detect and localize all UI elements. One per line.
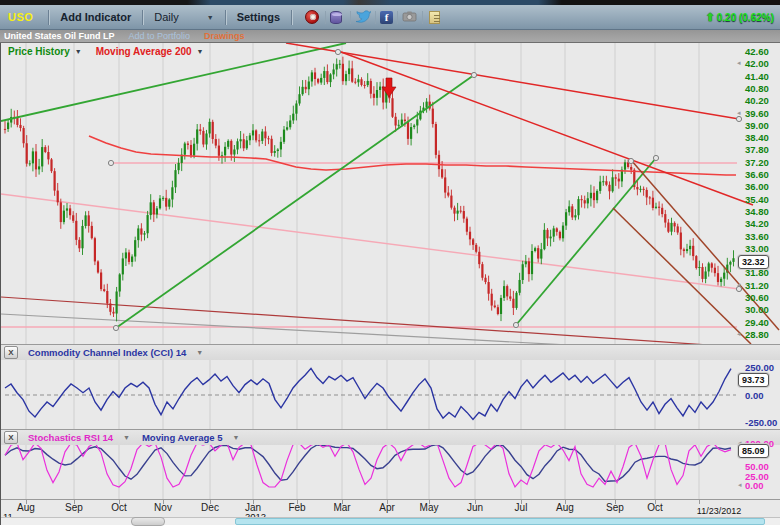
axis-tick xyxy=(699,500,700,504)
trendline[interactable] xyxy=(341,52,753,205)
price-change: ⬆ 0.20 (0.62%) xyxy=(706,11,774,24)
price-axis-label: 31.80 xyxy=(745,267,769,278)
drawing-handle[interactable] xyxy=(628,158,633,163)
alerts-icon[interactable] xyxy=(305,10,321,25)
drawing-handle[interactable] xyxy=(736,116,741,121)
price-axis-label: 40.80 xyxy=(745,83,769,94)
close-icon[interactable]: X xyxy=(4,431,18,444)
facebook-icon[interactable]: f xyxy=(380,11,393,24)
chevron-down-icon: ▼ xyxy=(233,434,240,441)
end-date-label: 11/23/2012 xyxy=(697,506,741,516)
month-label: May xyxy=(420,502,439,513)
drawing-handle[interactable] xyxy=(513,322,518,327)
price-axis-label: 29.40 xyxy=(745,317,769,328)
month-label: Mar xyxy=(333,502,350,513)
month-label: Oct xyxy=(647,502,663,513)
price-history-dropdown[interactable]: Price History ▼ xyxy=(8,46,82,57)
axis-marker-icon: ◂ xyxy=(737,109,741,117)
stoch-panel-header: X Stochastics RSI 14 ▼ Moving Average 5 … xyxy=(1,430,780,445)
cci-line xyxy=(5,368,731,419)
chart-area: Price History ▼ Moving Average 200 ▼ 42.… xyxy=(0,43,780,525)
add-indicator-button[interactable]: Add Indicator xyxy=(56,11,135,23)
chevron-down-icon: ▼ xyxy=(123,434,130,441)
trendline[interactable] xyxy=(286,43,739,119)
cci-axis-label: 0.00 xyxy=(745,390,764,401)
axis-marker-icon: ◂ xyxy=(737,59,741,67)
price-axis-label: 42.00 xyxy=(745,58,769,69)
price-chart-canvas[interactable] xyxy=(1,43,780,344)
time-axis: AugSepOctNovDecJanFebMarAprMayJunJulAugS… xyxy=(1,500,780,517)
cci-panel-header: X Commodity Channel Index (CCI) 14 ▼ xyxy=(1,345,780,360)
database-icon[interactable] xyxy=(330,10,346,25)
stoch-chart-canvas[interactable] xyxy=(1,445,780,499)
drawing-handle[interactable] xyxy=(335,49,340,54)
stoch-ma-dropdown[interactable]: Moving Average 5 ▼ xyxy=(130,432,240,443)
month-label: Jul xyxy=(515,502,528,513)
charting-app-window: USO Add Indicator Daily ▼ Settings f xyxy=(0,0,780,531)
month-label: Jun xyxy=(467,502,483,513)
notes-icon[interactable] xyxy=(427,10,443,25)
price-axis-label: 41.40 xyxy=(745,71,769,82)
trendline[interactable] xyxy=(1,194,739,289)
settings-button[interactable]: Settings xyxy=(233,11,284,23)
axis-marker-icon: ◂ xyxy=(737,281,741,289)
add-to-portfolio-link[interactable]: Add to Portfolio xyxy=(129,31,191,41)
stoch-dropdown[interactable]: Stochastics RSI 14 ▼ xyxy=(28,432,130,443)
month-label: Sep xyxy=(65,502,83,513)
cci-dropdown[interactable]: Commodity Channel Index (CCI) 14 ▼ xyxy=(28,347,203,358)
price-axis-label: 34.80 xyxy=(745,206,769,217)
stoch-axis-label: 0.00 xyxy=(745,480,764,491)
cci-axis-label: 250.00 xyxy=(745,362,774,373)
price-axis-label: 40.20 xyxy=(745,95,769,106)
price-axis-label: 33.60 xyxy=(745,231,769,242)
price-axis-label: 37.20 xyxy=(745,157,769,168)
month-label: Oct xyxy=(111,502,127,513)
ma200-dropdown[interactable]: Moving Average 200 ▼ xyxy=(96,46,204,57)
price-axis-label: 36.00 xyxy=(745,181,769,192)
chevron-down-icon: ▼ xyxy=(197,48,204,55)
drawing-handle[interactable] xyxy=(108,160,113,165)
chevron-down-icon: ▼ xyxy=(75,48,82,55)
stoch-ma-line xyxy=(5,445,731,482)
close-icon[interactable]: X xyxy=(4,346,18,359)
chart-scrollbar-track[interactable] xyxy=(1,517,780,525)
camera-icon[interactable] xyxy=(402,10,418,25)
month-label: Aug xyxy=(556,502,574,513)
price-panel-header: Price History ▼ Moving Average 200 ▼ xyxy=(8,46,204,57)
price-axis-label: 39.00 xyxy=(745,120,769,131)
month-label: Nov xyxy=(154,502,172,513)
axis-marker-icon: ◂ xyxy=(738,481,742,489)
symbol-full-name: United States Oil Fund LP xyxy=(4,31,115,41)
twitter-icon[interactable] xyxy=(355,10,371,25)
cci-value-badge: 93.73 xyxy=(738,373,769,387)
trendline[interactable] xyxy=(516,158,656,325)
price-axis-label: 35.40 xyxy=(745,194,769,205)
axis-marker-icon: ◂ xyxy=(737,330,741,338)
scrollbar-handle[interactable] xyxy=(131,517,165,526)
up-arrow-icon: ⬆ xyxy=(706,11,715,24)
price-axis-label: 38.40 xyxy=(745,132,769,143)
price-axis-label: 30.00 xyxy=(745,304,769,315)
price-axis-label: 30.60 xyxy=(745,292,769,303)
month-label: Aug xyxy=(17,502,35,513)
drawings-link[interactable]: Drawings xyxy=(204,31,245,41)
month-label: Feb xyxy=(288,502,305,513)
drawing-handle[interactable] xyxy=(653,155,658,160)
month-label: Dec xyxy=(201,502,219,513)
main-toolbar: USO Add Indicator Daily ▼ Settings f xyxy=(0,5,780,30)
chevron-down-icon: ▼ xyxy=(196,349,203,356)
price-axis-label: 39.60 xyxy=(745,108,769,119)
month-label: Sep xyxy=(606,502,624,513)
drawing-handle[interactable] xyxy=(113,325,118,330)
toolbar-icons: f xyxy=(305,10,443,25)
price-axis-label: 42.60 xyxy=(745,46,769,57)
chart-scrollbar-thumb[interactable] xyxy=(235,518,765,525)
price-axis-label: 33.00 xyxy=(745,243,769,254)
price-axis-label: 37.80 xyxy=(745,144,769,155)
timeframe-dropdown[interactable]: Daily ▼ xyxy=(150,11,217,23)
cci-chart-canvas[interactable] xyxy=(1,360,780,429)
cci-axis-label: -250.00 xyxy=(745,417,777,428)
drawing-handle[interactable] xyxy=(471,72,476,77)
stoch-rsi-line xyxy=(5,445,731,487)
chevron-down-icon: ▼ xyxy=(207,14,214,21)
